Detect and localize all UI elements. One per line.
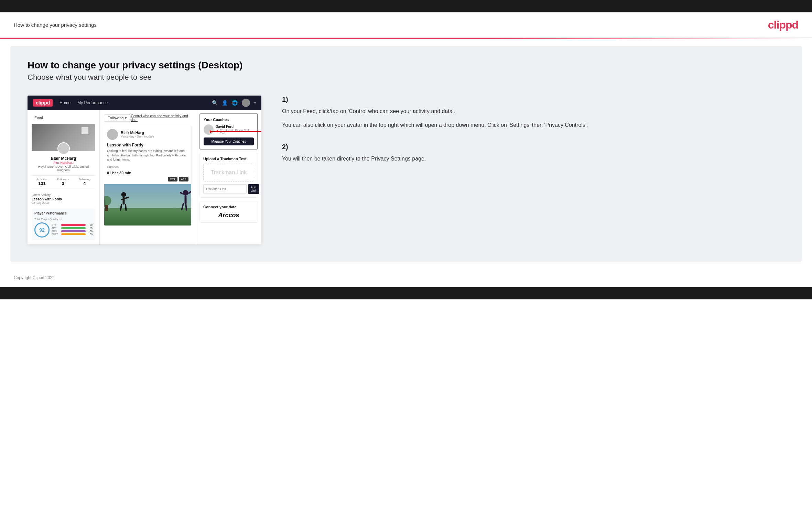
latest-activity-section: Latest Activity Lesson with Fordy 03 Aug… [32, 191, 95, 206]
bottom-bar [0, 287, 812, 299]
person-icon[interactable]: 👤 [222, 100, 228, 106]
svg-rect-1 [104, 208, 191, 225]
page-subheading: Choose what you want people to see [28, 73, 784, 82]
app-logo-icon: clippd [33, 99, 53, 107]
app-right-panel: Your Coaches David Ford 📍 Royal North De… [196, 110, 261, 244]
post-title: Lesson with Fordy [104, 143, 191, 149]
stats-row: Activities 131 Followers 3 Following 4 [32, 175, 95, 188]
instruction-1-text: On your Feed, click/tap on 'Control who … [282, 107, 784, 116]
header-divider [0, 38, 812, 39]
feed-post: Blair McHarg Yesterday · Sunningdale Les… [104, 126, 192, 226]
globe-icon[interactable]: 🌐 [232, 100, 238, 106]
connect-title: Connect your data [203, 205, 254, 209]
profile-name: Blair McHarg [32, 156, 95, 161]
control-privacy-link[interactable]: Control who can see your activity and da… [131, 114, 192, 122]
app-sidebar: Feed Blair McHarg Plus Handicap Royal No… [28, 110, 100, 244]
post-image-svg [104, 184, 191, 225]
trackman-input-row: Add Link [203, 184, 254, 194]
arccos-logo: Arccos [203, 212, 254, 219]
post-duration-value: 01 hr : 30 min [104, 170, 191, 177]
following-label: Following [108, 116, 123, 120]
app-nav-right: 🔍 👤 🌐 ▾ [212, 99, 256, 107]
following-chevron-icon: ▾ [125, 116, 127, 120]
profile-club: Royal North Devon Golf Club, United King… [32, 165, 95, 172]
chevron-down-icon[interactable]: ▾ [254, 101, 256, 105]
total-quality-label: Total Player Quality ⓘ [34, 217, 93, 221]
app-feed: Following ▾ Control who can see your act… [100, 110, 196, 244]
instruction-2-number: 2) [282, 143, 784, 151]
svg-point-2 [121, 192, 126, 197]
nav-home[interactable]: Home [59, 100, 71, 105]
nav-avatar[interactable] [242, 99, 250, 107]
stat-following: Following 4 [79, 178, 90, 186]
instruction-1: 1) On your Feed, click/tap on 'Control w… [282, 96, 784, 129]
top-bar [0, 0, 812, 12]
profile-avatar [57, 142, 70, 155]
quality-score: 92 [34, 222, 50, 238]
post-image [104, 184, 191, 225]
add-link-button[interactable]: Add Link [248, 184, 259, 194]
perf-row: 92 OTT 90 APP 85 [34, 222, 93, 238]
bar-putt: PUTT 96 [52, 233, 93, 235]
feed-tab[interactable]: Feed [32, 114, 95, 121]
bar-arg: ARG 86 [52, 230, 93, 232]
svg-point-7 [183, 190, 188, 196]
instruction-2: 2) You will then be taken directly to th… [282, 143, 784, 163]
nav-my-performance[interactable]: My Performance [77, 100, 108, 105]
stat-followers-value: 3 [57, 181, 69, 186]
trackman-input[interactable] [203, 184, 247, 194]
profile-banner [32, 124, 95, 151]
coach-info: David Ford 📍 Royal North Devon Golf Club [216, 125, 254, 135]
bar-app: APP 85 [52, 227, 93, 229]
instruction-1-number: 1) [282, 96, 784, 103]
app-screenshot: clippd Home My Performance 🔍 👤 🌐 ▾ Feed [28, 96, 261, 244]
stat-activities-value: 131 [36, 181, 47, 186]
connect-box: Connect your data Arccos [199, 201, 258, 223]
coach-name: David Ford [216, 125, 254, 129]
footer: Copyright Clippd 2022 [0, 268, 812, 287]
header-title: How to change your privacy settings [14, 22, 97, 28]
following-button[interactable]: Following ▾ [104, 114, 131, 122]
instruction-2-text: You will then be taken directly to the P… [282, 154, 784, 163]
tag-ott: OTT [168, 177, 177, 181]
coaches-title: Your Coaches [204, 118, 254, 122]
instructions: 1) On your Feed, click/tap on 'Control w… [275, 96, 784, 177]
post-header: Blair McHarg Yesterday · Sunningdale [104, 126, 191, 143]
post-author-name: Blair McHarg [121, 131, 154, 135]
pin-icon: 📍 [216, 130, 219, 133]
player-perf-title: Player Performance [34, 211, 93, 215]
latest-activity-name: Lesson with Fordy [32, 197, 95, 201]
bar-ott: OTT 90 [52, 224, 93, 226]
feed-header: Following ▾ Control who can see your act… [104, 114, 192, 122]
copyright-text: Copyright Clippd 2022 [14, 275, 55, 280]
stat-following-value: 4 [79, 181, 90, 186]
trackman-link-area: Trackman Link [203, 164, 254, 181]
page-heading: How to change your privacy settings (Des… [28, 60, 784, 71]
stat-activities: Activities 131 [36, 178, 47, 186]
coach-avatar [204, 124, 214, 135]
duration-label: Duration [107, 165, 119, 169]
stat-followers-label: Followers [57, 178, 69, 181]
svg-rect-8 [185, 196, 187, 204]
coaches-box: Your Coaches David Ford 📍 Royal North De… [199, 113, 258, 150]
trackman-link-placeholder: Trackman Link [209, 169, 248, 176]
svg-rect-17 [105, 205, 108, 211]
post-duration-label: Duration [104, 164, 191, 170]
manage-coaches-button[interactable]: Manage Your Coaches [204, 137, 254, 145]
coach-club: 📍 Royal North Devon Golf Club [216, 129, 254, 135]
header: How to change your privacy settings clip… [0, 12, 812, 38]
app-body: Feed Blair McHarg Plus Handicap Royal No… [28, 110, 261, 244]
coach-club-text: Royal North Devon Golf Club [220, 129, 254, 135]
stat-followers: Followers 3 [57, 178, 69, 186]
content-columns: clippd Home My Performance 🔍 👤 🌐 ▾ Feed [28, 96, 784, 244]
player-performance: Player Performance Total Player Quality … [32, 209, 95, 240]
stat-following-label: Following [79, 178, 90, 181]
post-author-avatar [107, 129, 118, 140]
trackman-title: Upload a Trackman Test [203, 157, 254, 161]
app-nav: clippd Home My Performance 🔍 👤 🌐 ▾ [28, 96, 261, 110]
main-content: How to change your privacy settings (Des… [10, 46, 802, 262]
search-icon[interactable]: 🔍 [212, 100, 218, 106]
latest-activity-label: Latest Activity [32, 193, 95, 197]
profile-badge: Plus Handicap [32, 161, 95, 164]
quality-bars: OTT 90 APP 85 ARG [52, 224, 93, 236]
